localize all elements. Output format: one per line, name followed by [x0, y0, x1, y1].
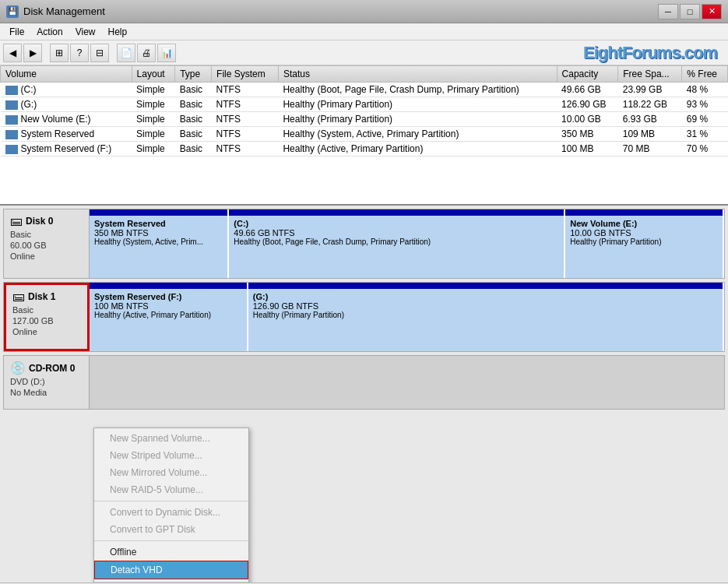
- new-button[interactable]: 📄: [117, 44, 135, 62]
- vol-type-3: Basic: [175, 127, 212, 142]
- disk1-partition-1[interactable]: (G:) 126.90 GB NTFS Healthy (Primary Par…: [248, 283, 724, 351]
- col-volume[interactable]: Volume: [1, 66, 132, 83]
- properties-button[interactable]: ⊟: [90, 44, 109, 62]
- col-layout[interactable]: Layout: [132, 66, 175, 83]
- vol-free-1: 118.22 GB: [618, 97, 682, 112]
- disk1-part1-size: 126.90 GB NTFS: [253, 301, 718, 311]
- volume-row-1[interactable]: (G:) Simple Basic NTFS Healthy (Primary …: [1, 97, 728, 112]
- vol-name-0: (C:): [1, 83, 132, 97]
- context-menu-item-8[interactable]: Offline: [94, 544, 248, 561]
- disk1-status: Online: [12, 327, 81, 336]
- col-capacity[interactable]: Capacity: [557, 66, 618, 83]
- vol-layout-4: Simple: [132, 142, 175, 157]
- chart-button[interactable]: 📊: [157, 44, 176, 62]
- app-icon: 💾: [6, 5, 19, 18]
- vol-status-1: Healthy (Primary Partition): [278, 97, 557, 112]
- col-pctfree[interactable]: % Free: [682, 66, 728, 83]
- vol-capacity-1: 126.90 GB: [557, 97, 618, 112]
- vol-type-4: Basic: [175, 142, 212, 157]
- print-button[interactable]: 🖨: [137, 44, 156, 62]
- disk0-label[interactable]: 🖴 Disk 0 Basic 60.00 GB Online: [4, 209, 90, 278]
- disk0-partition-1[interactable]: (C:) 49.66 GB NTFS Healthy (Boot, Page F…: [229, 209, 565, 278]
- disk1-partition-0[interactable]: System Reserved (F:) 100 MB NTFS Healthy…: [90, 283, 248, 351]
- cdrom0-type: DVD (D:): [10, 377, 83, 386]
- vol-type-1: Basic: [175, 97, 212, 112]
- vol-capacity-3: 350 MB: [557, 127, 618, 142]
- vol-name-3: System Reserved: [1, 127, 132, 142]
- vol-status-4: Healthy (Active, Primary Partition): [278, 142, 557, 157]
- window-controls: ─ □ ✕: [658, 4, 722, 19]
- disk0-name: Disk 0: [26, 216, 53, 227]
- vol-type-2: Basic: [175, 112, 212, 127]
- toolbar: ◀ ▶ ⊞ ? ⊟ 📄 🖨 📊 EightForums.com: [0, 40, 728, 65]
- disk0-part2-name: New Volume (E:): [570, 219, 718, 228]
- cdrom0-label[interactable]: 💿 CD-ROM 0 DVD (D:) No Media: [4, 356, 90, 409]
- vol-name-2: New Volume (E:): [1, 112, 132, 127]
- title-bar: 💾 Disk Management ─ □ ✕: [0, 0, 728, 23]
- disk0-part2-status: Healthy (Primary Partition): [570, 237, 718, 246]
- context-menu-item-6: Convert to GPT Disk: [94, 521, 248, 538]
- disk1-name: Disk 1: [28, 291, 55, 302]
- context-menu-sep-7: [94, 540, 248, 541]
- disk0-part0-name: System Reserved: [94, 219, 223, 228]
- volume-row-3[interactable]: System Reserved Simple Basic NTFS Health…: [1, 127, 728, 142]
- show-hide-button[interactable]: ⊞: [50, 44, 69, 62]
- maximize-button[interactable]: □: [680, 4, 700, 19]
- cdrom0-row: 💿 CD-ROM 0 DVD (D:) No Media: [3, 355, 725, 410]
- vol-status-3: Healthy (System, Active, Primary Partiti…: [278, 127, 557, 142]
- col-freespace[interactable]: Free Spa...: [618, 66, 682, 83]
- back-button[interactable]: ◀: [3, 44, 22, 62]
- context-menu-sep-4: [94, 501, 248, 501]
- minimize-button[interactable]: ─: [658, 4, 678, 19]
- context-menu-item-0: New Spanned Volume...: [94, 430, 248, 447]
- disk0-part0-status: Healthy (System, Active, Prim...: [94, 237, 223, 246]
- menu-help[interactable]: Help: [102, 25, 134, 39]
- volume-table-container: Volume Layout Type File System Status Ca…: [0, 65, 728, 206]
- col-filesystem[interactable]: File System: [212, 66, 279, 83]
- vol-pct-0: 48 %: [682, 83, 728, 97]
- vol-pct-2: 69 %: [682, 112, 728, 127]
- disk0-part2-size: 10.00 GB NTFS: [570, 228, 718, 237]
- context-menu-item-9[interactable]: Detach VHD: [94, 561, 248, 579]
- cdrom0-partitions: [90, 356, 724, 409]
- disk1-label[interactable]: 🖴 Disk 1 Basic 127.00 GB Online: [4, 283, 90, 351]
- vol-layout-3: Simple: [132, 127, 175, 142]
- vol-layout-0: Simple: [132, 83, 175, 97]
- disk1-part0-status: Healthy (Active, Primary Partition): [94, 311, 242, 319]
- close-button[interactable]: ✕: [702, 4, 722, 19]
- vol-name-4: System Reserved (F:): [1, 142, 132, 157]
- menu-file[interactable]: File: [3, 25, 30, 39]
- cdrom0-status: No Media: [10, 388, 83, 397]
- vol-fs-4: NTFS: [212, 142, 279, 157]
- forward-button[interactable]: ▶: [23, 44, 42, 62]
- vol-capacity-2: 10.00 GB: [557, 112, 618, 127]
- volume-row-4[interactable]: System Reserved (F:) Simple Basic NTFS H…: [1, 142, 728, 157]
- disk0-status: Online: [10, 252, 83, 261]
- vol-pct-3: 31 %: [682, 127, 728, 142]
- disk1-type: Basic: [12, 305, 81, 315]
- disk0-partition-2[interactable]: New Volume (E:) 10.00 GB NTFS Healthy (P…: [565, 209, 724, 278]
- volume-row-2[interactable]: New Volume (E:) Simple Basic NTFS Health…: [1, 112, 728, 127]
- menu-view[interactable]: View: [69, 25, 102, 39]
- disk1-part0-size: 100 MB NTFS: [94, 301, 242, 311]
- col-status[interactable]: Status: [278, 66, 557, 83]
- disk0-partition-0[interactable]: System Reserved 350 MB NTFS Healthy (Sys…: [90, 209, 229, 278]
- disk0-part0-size: 350 MB NTFS: [94, 228, 223, 237]
- help-button[interactable]: ?: [70, 44, 89, 62]
- context-menu: New Spanned Volume...New Striped Volume.…: [93, 427, 249, 582]
- vol-pct-4: 70 %: [682, 142, 728, 157]
- vol-layout-2: Simple: [132, 112, 175, 127]
- vol-fs-0: NTFS: [212, 83, 279, 97]
- disk0-part1-status: Healthy (Boot, Page File, Crash Dump, Pr…: [234, 237, 559, 246]
- col-type[interactable]: Type: [175, 66, 212, 83]
- volume-table: Volume Layout Type File System Status Ca…: [0, 65, 728, 157]
- menu-bar: File Action View Help: [0, 23, 728, 40]
- volume-row-0[interactable]: (C:) Simple Basic NTFS Healthy (Boot, Pa…: [1, 83, 728, 97]
- menu-action[interactable]: Action: [30, 25, 69, 39]
- vol-layout-1: Simple: [132, 97, 175, 112]
- disk0-type: Basic: [10, 230, 83, 239]
- disk-panels: 🖴 Disk 0 Basic 60.00 GB Online System Re…: [0, 206, 728, 582]
- vol-name-1: (G:): [1, 97, 132, 112]
- disk0-part1-size: 49.66 GB NTFS: [234, 228, 559, 237]
- context-menu-item-2: New Mirrored Volume...: [94, 464, 248, 481]
